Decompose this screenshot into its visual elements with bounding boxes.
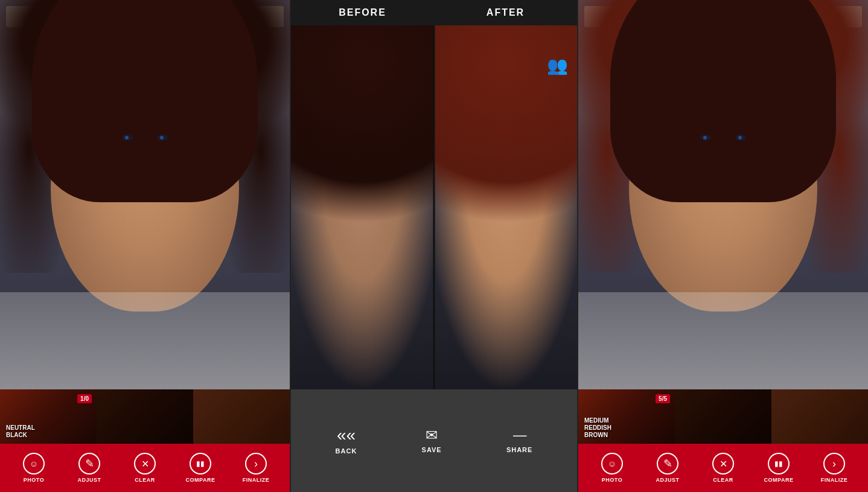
split-icon-r: ▮▮ (768, 453, 790, 474)
back-icon: «« (337, 427, 356, 444)
shirt-right (578, 292, 868, 389)
center-photo-area: 👥 (291, 25, 577, 389)
right-nav-finalize-label: FINALIZE (821, 477, 848, 483)
eye-right-r (735, 135, 746, 141)
right-photo (578, 0, 868, 389)
center-nav-share-label: SHARE (506, 446, 533, 453)
save-icon: ✉ (426, 428, 438, 442)
right-bottom-bar: MEDIUM REDDISH BROWN 5/5 ☺ PHOTO ✎ ADJUS… (578, 389, 868, 492)
left-nav-adjust[interactable]: ✎ ADJUST (71, 453, 107, 483)
x-circle-icon: ✕ (134, 453, 156, 474)
eye-left-l (122, 135, 133, 141)
left-nav-finalize-label: FINALIZE (243, 477, 270, 483)
chevron-right-icon-r: › (823, 453, 845, 474)
face-left (51, 39, 239, 312)
left-bottom-bar: NEUTRAL BLACK 1/0 ☺ PHOTO ✎ ADJUST ✕ CLE… (0, 389, 290, 492)
chevron-right-icon: › (245, 453, 267, 474)
left-swatch-badge: 1/0 (77, 394, 92, 403)
center-bottom: «« BACK ✉ SAVE ⸻ SHARE (291, 389, 577, 492)
right-swatch-row: MEDIUM REDDISH BROWN 5/5 (578, 389, 868, 444)
left-nav-clear-label: CLEAR (135, 477, 155, 483)
right-swatch-3[interactable] (771, 389, 868, 444)
center-nav-back-label: BACK (336, 447, 357, 455)
right-nav-compare[interactable]: ▮▮ COMPARE (761, 453, 797, 483)
left-photo (0, 0, 290, 389)
right-nav-finalize[interactable]: › FINALIZE (816, 453, 852, 483)
right-nav-clear-label: CLEAR (713, 477, 733, 483)
face-right (629, 39, 817, 312)
left-nav-row: ☺ PHOTO ✎ ADJUST ✕ CLEAR ▮▮ COMPARE › FI… (0, 444, 290, 492)
left-swatch-3[interactable] (193, 389, 290, 444)
right-swatch-2[interactable] (675, 389, 771, 444)
eye-left-r (157, 135, 168, 141)
before-label: BEFORE (291, 7, 434, 18)
eyes-right (700, 135, 746, 141)
eyes-left (122, 135, 168, 141)
left-nav-compare-label: COMPARE (186, 477, 215, 483)
person-icon-r: ☺ (601, 453, 623, 474)
persons-icon: 👥 (547, 56, 568, 75)
left-nav-adjust-label: ADJUST (77, 477, 101, 483)
brush-icon: ✎ (78, 453, 100, 474)
left-nav-clear[interactable]: ✕ CLEAR (127, 453, 163, 483)
left-nav-photo[interactable]: ☺ PHOTO (16, 453, 52, 483)
center-nav-back[interactable]: «« BACK (336, 427, 357, 455)
center-nav-save[interactable]: ✉ SAVE (422, 428, 442, 453)
right-panel: MEDIUM REDDISH BROWN 5/5 ☺ PHOTO ✎ ADJUS… (578, 0, 868, 492)
after-label: AFTER (434, 7, 577, 18)
center-nav: «« BACK ✉ SAVE ⸻ SHARE (291, 418, 577, 464)
right-nav-photo[interactable]: ☺ PHOTO (594, 453, 630, 483)
right-swatch-1[interactable]: MEDIUM REDDISH BROWN 5/5 (578, 389, 675, 444)
right-nav-row: ☺ PHOTO ✎ ADJUST ✕ CLEAR ▮▮ COMPARE › FI… (578, 444, 868, 492)
share-icon: ⸻ (512, 428, 527, 442)
center-header: BEFORE AFTER (291, 0, 577, 25)
center-nav-save-label: SAVE (422, 446, 442, 453)
left-nav-compare[interactable]: ▮▮ COMPARE (182, 453, 219, 483)
center-panel: BEFORE AFTER 👥 «« BACK ✉ SAVE ⸻ SHARE (290, 0, 578, 492)
x-circle-icon-r: ✕ (712, 453, 734, 474)
after-photo (434, 25, 577, 389)
left-swatch-2[interactable] (97, 389, 193, 444)
right-swatch-label: MEDIUM REDDISH BROWN (584, 417, 611, 439)
right-nav-compare-label: COMPARE (764, 477, 794, 483)
right-photo-bg (578, 0, 868, 389)
right-nav-photo-label: PHOTO (602, 477, 622, 483)
right-nav-adjust-label: ADJUST (656, 477, 679, 483)
shirt-left (0, 292, 290, 389)
left-photo-bg (0, 0, 290, 389)
compare-divider (433, 25, 435, 389)
person-icon: ☺ (23, 453, 45, 474)
right-swatch-badge: 5/5 (656, 394, 670, 403)
right-nav-clear[interactable]: ✕ CLEAR (705, 453, 741, 483)
center-nav-share[interactable]: ⸻ SHARE (506, 428, 533, 453)
brush-icon-r: ✎ (657, 453, 678, 474)
eye-right-l (700, 135, 711, 141)
left-swatch-1[interactable]: NEUTRAL BLACK 1/0 (0, 389, 97, 444)
left-swatch-label: NEUTRAL BLACK (6, 424, 35, 439)
left-panel: NEUTRAL BLACK 1/0 ☺ PHOTO ✎ ADJUST ✕ CLE… (0, 0, 290, 492)
left-nav-finalize[interactable]: › FINALIZE (238, 453, 274, 483)
left-nav-photo-label: PHOTO (24, 477, 44, 483)
left-swatch-row: NEUTRAL BLACK 1/0 (0, 389, 290, 444)
split-icon: ▮▮ (190, 453, 211, 474)
right-nav-adjust[interactable]: ✎ ADJUST (649, 453, 686, 483)
before-photo (291, 25, 434, 389)
